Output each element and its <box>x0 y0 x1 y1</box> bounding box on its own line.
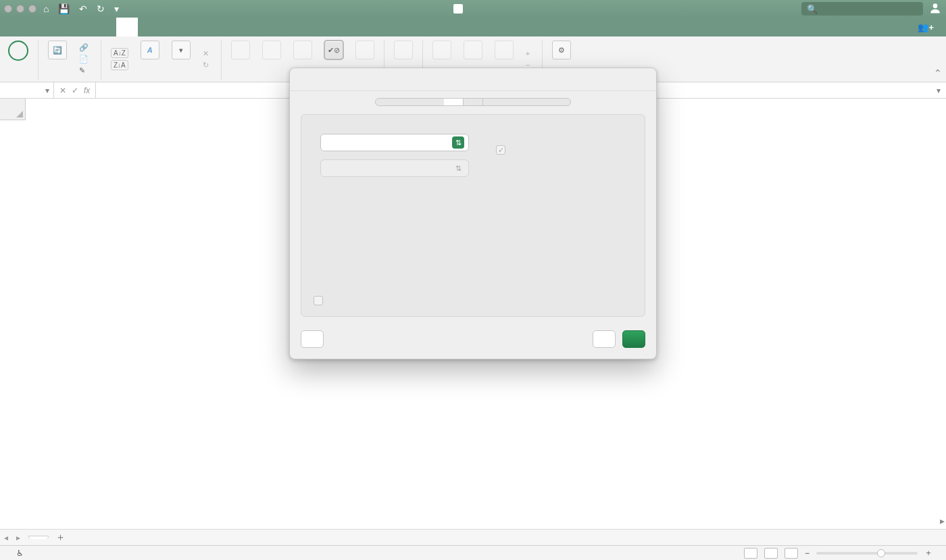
save-icon[interactable]: 💾 <box>58 3 70 14</box>
title-bar: ⌂ 💾 ↶ ↻ ▾ 🔍 <box>0 0 946 18</box>
ok-button[interactable] <box>622 330 645 348</box>
page-break-view-button[interactable] <box>785 548 798 559</box>
select-all-corner[interactable] <box>0 99 26 120</box>
what-if-icon <box>394 41 413 59</box>
chevron-up-down-icon: ⇅ <box>452 136 464 149</box>
zoom-out-button[interactable]: − <box>805 549 810 558</box>
sheet-nav-prev-icon[interactable]: ◂ <box>0 533 12 542</box>
tab-page-layout[interactable] <box>73 18 95 36</box>
dialog-actions <box>290 325 656 359</box>
search-input[interactable] <box>820 3 918 14</box>
chevron-down-icon[interactable]: ▾ <box>45 86 49 95</box>
sheet-nav-next-icon[interactable]: ▸ <box>12 533 24 542</box>
tab-draw[interactable] <box>51 18 73 36</box>
cancel-button[interactable] <box>593 330 616 348</box>
page-layout-view-button[interactable] <box>764 548 778 559</box>
tab-home[interactable] <box>8 18 30 36</box>
redo-icon[interactable]: ↻ <box>97 3 105 14</box>
chevron-up-down-icon: ⇅ <box>452 162 464 174</box>
sheet-tab-active[interactable] <box>28 536 49 539</box>
filter-button[interactable]: ▾ <box>168 39 195 79</box>
scroll-right-icon[interactable]: ▸ <box>940 515 945 526</box>
cancel-formula-icon[interactable]: ✕ <box>59 86 66 95</box>
get-data-icon <box>8 41 28 61</box>
share-button[interactable]: 👥+ <box>918 18 938 36</box>
more-icon[interactable]: ▾ <box>114 3 119 14</box>
remove-duplicates-icon <box>293 41 312 59</box>
dialog-tab-input-message[interactable] <box>463 99 482 105</box>
account-icon[interactable] <box>928 1 942 17</box>
home-icon[interactable]: ⌂ <box>43 3 49 14</box>
dialog-tab-settings[interactable] <box>444 99 463 105</box>
quick-access-toolbar: ⌂ 💾 ↶ ↻ ▾ <box>43 3 119 14</box>
tab-insert[interactable] <box>30 18 51 36</box>
normal-view-button[interactable] <box>744 548 757 559</box>
sheet-tab-bar: ◂ ▸ ＋ <box>0 529 946 545</box>
edit-links-button[interactable]: ✎ <box>79 66 88 76</box>
ignore-blank-checkbox: ✓ <box>496 145 511 155</box>
queries-connections-button[interactable]: 🔗 <box>79 43 91 53</box>
tab-data[interactable] <box>116 18 138 36</box>
enter-formula-icon[interactable]: ✓ <box>72 86 78 95</box>
search-icon: 🔍 <box>807 4 818 14</box>
zoom-slider-knob[interactable] <box>877 549 885 557</box>
flash-fill-icon <box>262 41 281 59</box>
zoom-in-button[interactable]: ＋ <box>924 547 932 559</box>
clear-filter-button: ✕ <box>203 48 211 59</box>
document-icon <box>453 4 463 14</box>
sort-icon: A <box>141 41 159 59</box>
text-to-columns-icon <box>231 41 250 59</box>
tab-formulas[interactable] <box>95 18 116 36</box>
status-bar: ♿︎ − ＋ <box>0 545 946 560</box>
tab-view[interactable] <box>159 18 181 36</box>
share-icon: 👥+ <box>918 22 934 32</box>
undo-icon[interactable]: ↶ <box>79 3 87 14</box>
checkbox-icon: ✓ <box>496 145 505 155</box>
data-select: ⇅ <box>320 159 469 177</box>
dialog-tab-error-alert[interactable] <box>482 99 502 105</box>
zoom-window-icon[interactable] <box>28 5 36 13</box>
accessibility-status[interactable]: ♿︎ <box>16 549 24 558</box>
document-title <box>119 4 801 14</box>
add-sheet-button[interactable]: ＋ <box>55 531 66 544</box>
properties-button[interactable]: 📄 <box>79 54 91 65</box>
search-box[interactable]: 🔍 <box>801 2 923 16</box>
sort-az-buttons[interactable]: A↓Z Z↓A <box>107 39 132 79</box>
refresh-all-button[interactable]: 🔄 <box>44 39 71 79</box>
ribbon-tabs: 👥+ <box>0 18 946 36</box>
dialog-settings-panel: ⇅ ✓ ⇅ <box>301 114 645 317</box>
subtotal-icon <box>495 41 514 59</box>
get-data-button[interactable] <box>4 39 32 79</box>
reapply-filter-button: ↻ <box>203 59 211 70</box>
close-window-icon[interactable] <box>4 5 12 13</box>
sort-asc-icon[interactable]: A↓Z <box>111 48 128 58</box>
data-validation-dialog[interactable]: ⇅ ✓ ⇅ <box>289 68 657 359</box>
fx-icon[interactable]: fx <box>84 86 90 95</box>
analysis-tools-icon: ⚙︎ <box>552 41 571 59</box>
clear-all-button[interactable] <box>301 330 324 348</box>
dialog-tabs <box>375 98 571 106</box>
ungroup-icon <box>464 41 482 59</box>
sort-button[interactable]: A <box>136 39 164 79</box>
refresh-icon: 🔄 <box>48 41 67 59</box>
consolidate-icon <box>355 41 374 59</box>
collapse-ribbon-icon[interactable]: ⌃ <box>934 68 942 78</box>
flash-fill-button[interactable] <box>258 39 285 79</box>
expand-formula-bar-icon[interactable]: ▾ <box>931 86 946 95</box>
group-icon <box>432 41 451 59</box>
minimize-window-icon[interactable] <box>16 5 24 13</box>
data-validation-icon: ✔︎⊘ <box>324 41 343 59</box>
checkbox-icon <box>314 296 323 305</box>
show-detail-button: + <box>526 48 532 59</box>
apply-same-settings-checkbox <box>314 296 328 305</box>
tab-review[interactable] <box>138 18 159 36</box>
allow-select[interactable]: ⇅ <box>320 134 469 151</box>
connections-group: 🔗 📄 ✎ <box>75 39 95 79</box>
sort-desc-icon[interactable]: Z↓A <box>111 60 128 70</box>
filter-icon: ▾ <box>172 41 191 59</box>
zoom-slider[interactable] <box>816 552 918 555</box>
filter-actions-group: ✕ ↻ <box>199 39 216 79</box>
name-box[interactable]: ▾ <box>0 82 54 98</box>
window-controls[interactable] <box>4 5 36 13</box>
text-to-columns-button[interactable] <box>227 39 254 79</box>
